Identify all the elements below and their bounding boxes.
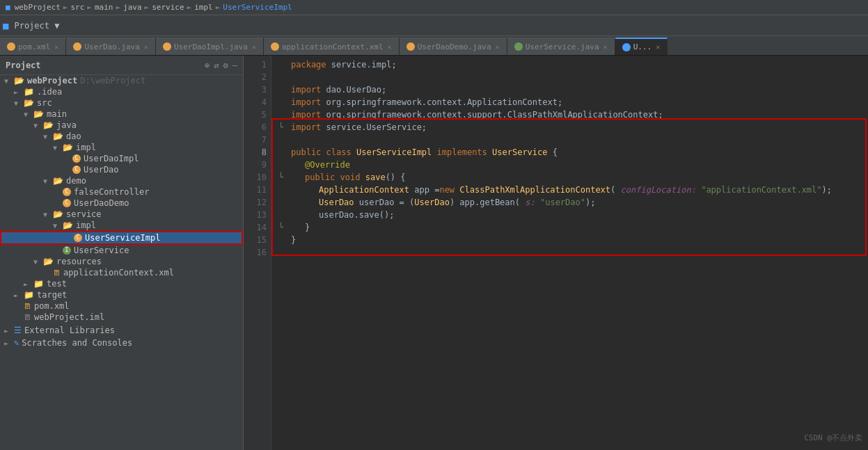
- tree-item-target[interactable]: ► 📁 target: [0, 289, 243, 300]
- tree-label-falsecontroller: falseController: [74, 187, 149, 197]
- tree-item-scratches[interactable]: ► ✎ Scratches and Consoles: [0, 337, 243, 349]
- tab-userdaodemo[interactable]: UserDaoDemo.java ✕: [400, 38, 507, 55]
- tree-item-external-libraries[interactable]: ► ☰ External Libraries: [0, 324, 243, 337]
- code-line-13: userDao.save();: [278, 209, 868, 221]
- tree-item-resources[interactable]: ▼ 📂 resources: [0, 256, 243, 267]
- code-line-6: └ import service.UserService;: [278, 121, 868, 134]
- tree-label-target: target: [37, 290, 67, 300]
- tree-item-userservice[interactable]: ► I UserService: [0, 245, 243, 256]
- tab-close-userdao[interactable]: ✕: [144, 43, 148, 51]
- folder-icon-resources: 📂: [43, 257, 54, 266]
- code-editor[interactable]: package service.impl; import dao.UserDao…: [271, 56, 868, 450]
- tab-close-userdaoimpl[interactable]: ✕: [252, 43, 256, 51]
- tree-label-userdaodemo: UserDaoDemo: [74, 198, 129, 208]
- code-line-5: import org.springframework.context.suppo…: [278, 109, 868, 121]
- sidebar-action-add[interactable]: ⊕: [205, 61, 210, 70]
- editor-area: 1 2 3 4 5 6 7 8 9 10 11 12 13 14 15 16: [244, 56, 868, 450]
- ln-12: 12: [244, 196, 267, 209]
- tree-item-idea[interactable]: ► 📁 .idea: [0, 86, 243, 97]
- tree-item-userdaodemo[interactable]: ► C UserDaoDemo: [0, 198, 243, 209]
- folder-icon-target: 📁: [24, 290, 34, 300]
- tree-item-java[interactable]: ▼ 📂 java: [0, 120, 243, 131]
- tree-item-iml[interactable]: ► 🖹 webProject.iml: [0, 312, 243, 323]
- folder-icon-java: 📂: [43, 120, 54, 130]
- tree-item-userdao[interactable]: ► C UserDao: [0, 164, 243, 175]
- tab-label-userdaodemo: UserDaoDemo.java: [418, 42, 491, 51]
- sidebar-action-settings[interactable]: ⚙: [223, 61, 228, 70]
- tab-close-userservice[interactable]: ✕: [603, 43, 608, 51]
- tab-label-appcontext: applicationContext.xml: [282, 42, 384, 51]
- ln-15: 15: [244, 234, 267, 246]
- sidebar-action-sync[interactable]: ⇄: [214, 61, 219, 70]
- tree-item-src[interactable]: ▼ 📂 src: [0, 97, 243, 109]
- code-line-7: [278, 134, 868, 146]
- tab-icon-pom: [7, 42, 15, 51]
- folder-icon-webproject: 📂: [14, 76, 24, 86]
- tab-icon-userdao: [73, 42, 81, 51]
- folder-icon-service-impl: 📂: [63, 220, 73, 230]
- tab-close-userdaodemo[interactable]: ✕: [496, 43, 500, 51]
- ln-4: 4: [244, 96, 267, 109]
- ln-8: 8: [244, 146, 267, 159]
- tree-label-main: main: [47, 109, 67, 119]
- tree-item-demo[interactable]: ▼ 📂 demo: [0, 175, 243, 186]
- tab-label-userserviceimpl: U...: [633, 42, 652, 51]
- tree-path-webproject: D:\webProject: [80, 76, 145, 86]
- tab-userdaoimpl[interactable]: UserDaoImpl.java ✕: [156, 38, 264, 55]
- tree-label-appcontext: applicationContext.xml: [63, 268, 174, 278]
- tab-close-userserviceimpl[interactable]: ✕: [656, 43, 660, 51]
- title-bar: ■ webProject ► src ► main ► java ► servi…: [0, 0, 868, 15]
- file-icon-userdao: C: [72, 166, 81, 174]
- project-label: Project ▼: [14, 21, 59, 31]
- tree-label-userservice: UserService: [74, 246, 129, 255]
- tab-icon-userservice: [514, 42, 523, 51]
- ln-10: 10: [244, 171, 267, 184]
- tree-item-userdaoimpl[interactable]: ► C UserDaoImpl: [0, 153, 243, 164]
- tree-label-userdaoimpl: UserDaoImpl: [84, 154, 139, 163]
- tree-item-falsecontroller[interactable]: ► C falseController: [0, 186, 243, 198]
- code-line-9: @Override: [278, 159, 868, 171]
- tab-userservice[interactable]: UserService.java ✕: [507, 38, 615, 55]
- code-line-4: import org.springframework.context.Appli…: [278, 96, 868, 109]
- tab-icon-userdaoimpl: [163, 42, 171, 51]
- ln-7: 7: [244, 134, 267, 146]
- tab-icon-userdaodemo: [407, 42, 415, 51]
- tree-item-test[interactable]: ► 📁 test: [0, 278, 243, 289]
- ln-16: 16: [244, 246, 267, 259]
- sidebar: Project ⊕ ⇄ ⚙ — ▼ 📂 webProject D:\webPro…: [0, 56, 244, 450]
- tab-icon-userserviceimpl: [622, 43, 631, 51]
- line-numbers: 1 2 3 4 5 6 7 8 9 10 11 12 13 14 15 16: [244, 56, 271, 450]
- tree-label-idea: .idea: [37, 87, 62, 97]
- tree-label-external-libraries: External Libraries: [24, 326, 115, 335]
- tab-close-pom[interactable]: ✕: [54, 43, 58, 51]
- tree-item-main[interactable]: ▼ 📂 main: [0, 109, 243, 120]
- tree-label-src: src: [37, 98, 52, 108]
- tree-item-dao-impl[interactable]: ▼ 📂 impl: [0, 142, 243, 153]
- tab-appcontext[interactable]: applicationContext.xml ✕: [264, 38, 400, 55]
- tab-userdao[interactable]: UserDao.java ✕: [66, 38, 156, 55]
- folder-icon-demo: 📂: [53, 176, 63, 186]
- tab-label-userservice: UserService.java: [526, 42, 599, 51]
- sidebar-action-minimize[interactable]: —: [232, 61, 237, 70]
- tree-item-service-impl[interactable]: ▼ 📂 impl: [0, 220, 243, 231]
- editor-content[interactable]: 1 2 3 4 5 6 7 8 9 10 11 12 13 14 15 16: [244, 56, 868, 450]
- file-icon-userdaoimpl: C: [72, 154, 81, 163]
- tree-item-service[interactable]: ▼ 📂 service: [0, 209, 243, 220]
- ln-3: 3: [244, 83, 267, 96]
- code-line-10: └ public void save() {: [278, 171, 868, 184]
- tree-item-pom[interactable]: ► 🖹 pom.xml: [0, 300, 243, 312]
- code-line-16: [278, 246, 868, 259]
- code-line-3: import dao.UserDao;: [278, 83, 868, 96]
- tree-item-webproject[interactable]: ▼ 📂 webProject D:\webProject: [0, 75, 243, 86]
- tree-label-java: java: [56, 120, 77, 130]
- code-line-15: }: [278, 234, 868, 246]
- tab-pom-xml[interactable]: pom.xml ✕: [0, 38, 66, 55]
- tree-item-userserviceimpl[interactable]: ► C UserServiceImpl: [0, 231, 243, 245]
- tree-item-appcontext[interactable]: ► 🖹 applicationContext.xml: [0, 267, 243, 278]
- code-line-12: UserDao userDao = (UserDao) app.getBean(…: [278, 196, 868, 209]
- sidebar-header: Project ⊕ ⇄ ⚙ —: [0, 56, 243, 75]
- tree-label-service-impl: impl: [76, 220, 96, 230]
- tab-userserviceimpl[interactable]: U... ✕: [615, 38, 668, 55]
- tab-close-appcontext[interactable]: ✕: [388, 43, 392, 51]
- tree-item-dao[interactable]: ▼ 📂 dao: [0, 131, 243, 142]
